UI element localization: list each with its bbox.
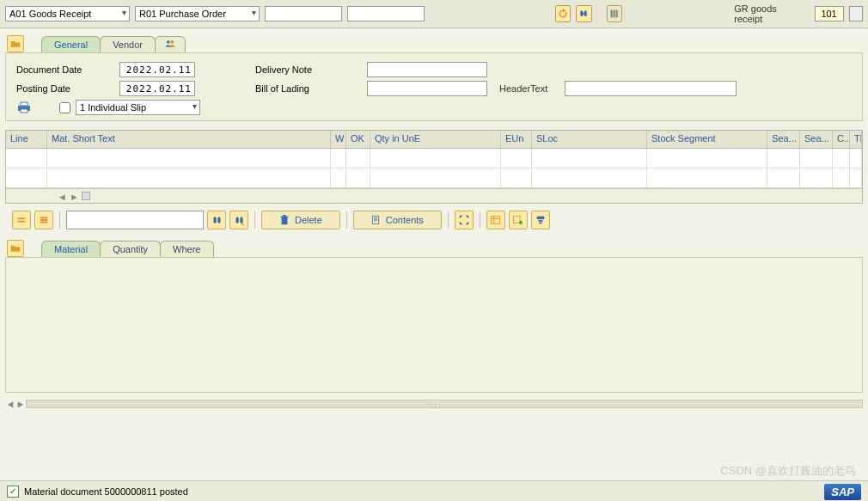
grid-scrollbar: ◄ ► (6, 188, 862, 203)
add-button[interactable] (509, 211, 528, 229)
grid-header: Line Mat. Short Text W OK Qty in UnE EUn… (6, 131, 862, 149)
find-item-button[interactable] (207, 211, 226, 229)
settings-button[interactable] (486, 211, 505, 229)
separator (254, 211, 255, 229)
grid-scroll-left[interactable]: ◄ (58, 192, 66, 200)
execute-button[interactable] (555, 5, 571, 22)
col-ok[interactable]: OK (346, 131, 370, 148)
grid-scroll-right[interactable]: ► (70, 192, 78, 200)
detail-tab-strip: Material Quantity Where (0, 240, 868, 257)
reference-value: R01 Purchase Order (139, 9, 226, 19)
collapse-detail-button[interactable] (7, 240, 24, 257)
gr-label: GR goods receipt (730, 3, 804, 24)
folder-icon (10, 243, 21, 254)
svg-rect-5 (18, 217, 26, 219)
find-next-button[interactable] (229, 211, 248, 229)
col-w[interactable]: W (331, 131, 346, 148)
header-text-input[interactable] (565, 81, 737, 96)
col-stock-segment[interactable]: Stock Segment (647, 131, 767, 148)
col-eun[interactable]: EUn (501, 131, 532, 148)
svg-rect-10 (372, 216, 378, 223)
po-item-input[interactable] (347, 6, 425, 21)
svg-rect-11 (492, 217, 500, 224)
layout-button[interactable] (607, 5, 622, 22)
movement-type-help[interactable] (849, 6, 863, 21)
tab-where[interactable]: Where (160, 241, 213, 257)
col-material[interactable]: Mat. Short Text (47, 131, 331, 148)
status-bar: ✓ Material document 5000000811 posted SA… (0, 480, 868, 501)
col-sea2[interactable]: Sea... (800, 131, 833, 148)
delivery-note-input[interactable] (367, 62, 487, 77)
grid-scroll-thumb[interactable] (82, 192, 90, 200)
contents-button[interactable]: Contents (353, 211, 442, 229)
watermark: CSDN @喜欢打酱油的老鸟 (720, 463, 856, 479)
expand-button[interactable] (455, 211, 474, 229)
grid-row[interactable] (6, 168, 862, 188)
header-panel: Document Date Delivery Note Posting Date… (5, 52, 863, 121)
tab-where-label: Where (173, 244, 200, 254)
tab-partner[interactable] (155, 36, 186, 52)
tab-material[interactable]: Material (41, 241, 101, 257)
movement-type-input[interactable] (815, 6, 844, 21)
print-icon[interactable] (16, 101, 32, 114)
detail-panel (5, 257, 863, 393)
tab-general-label: General (54, 40, 88, 50)
col-line[interactable]: Line (6, 131, 47, 148)
table-icon (490, 215, 501, 225)
svg-rect-9 (40, 222, 48, 223)
svg-rect-3 (21, 102, 28, 106)
svg-point-1 (170, 40, 174, 44)
transaction-dropdown[interactable]: A01 Goods Receipt (5, 6, 130, 21)
scroll-track[interactable]: :::: (26, 400, 863, 408)
refresh-icon (558, 9, 568, 19)
trash-icon (279, 215, 290, 225)
scroll-right-button[interactable]: ► (15, 399, 26, 409)
reference-dropdown[interactable]: R01 Purchase Order (135, 6, 260, 21)
items-grid: Line Mat. Short Text W OK Qty in UnE EUn… (5, 130, 863, 204)
separator (346, 211, 347, 229)
deselect-all-button[interactable] (34, 211, 53, 229)
slip-value: 1 Individual Slip (80, 102, 146, 113)
find-button[interactable] (576, 5, 591, 22)
separator (480, 211, 480, 229)
top-toolbar: A01 Goods Receipt R01 Purchase Order GR … (0, 0, 868, 28)
document-icon (371, 215, 381, 225)
tab-vendor[interactable]: Vendor (100, 36, 156, 52)
binoculars-next-icon (234, 215, 245, 226)
delivery-note-label: Delivery Note (255, 64, 367, 75)
select-all-button[interactable] (12, 211, 31, 229)
delete-button[interactable]: Delete (261, 211, 340, 229)
po-number-input[interactable] (265, 6, 342, 21)
binoculars-icon (578, 9, 589, 19)
print-checkbox[interactable] (59, 102, 70, 113)
col-qty[interactable]: Qty in UnE (370, 131, 501, 148)
svg-point-0 (167, 40, 170, 44)
tab-general[interactable]: General (41, 36, 101, 52)
tab-vendor-label: Vendor (113, 40, 143, 50)
grid-body (6, 149, 862, 188)
post-date-label: Posting Date (16, 83, 119, 94)
bill-of-lading-input[interactable] (367, 81, 487, 96)
tab-quantity[interactable]: Quantity (100, 241, 161, 257)
contents-label: Contents (386, 215, 424, 225)
scroll-left-button[interactable]: ◄ (5, 399, 15, 409)
sap-logo: SAP (824, 484, 861, 500)
expand-icon (459, 215, 469, 225)
doc-date-input[interactable] (119, 62, 195, 77)
post-date-input[interactable] (119, 81, 195, 96)
slip-dropdown[interactable]: 1 Individual Slip (76, 100, 200, 115)
col-th[interactable]: Th... (850, 131, 862, 148)
svg-rect-6 (18, 221, 26, 223)
header-tab-strip: General Vendor (0, 28, 868, 52)
filter-icon (535, 215, 546, 225)
col-c[interactable]: C... (833, 131, 850, 148)
svg-rect-15 (539, 223, 541, 224)
filter-button[interactable] (531, 211, 550, 229)
col-sea1[interactable]: Sea... (767, 131, 800, 148)
item-search-input[interactable] (66, 211, 204, 229)
transaction-value: A01 Goods Receipt (9, 9, 91, 19)
collapse-header-button[interactable] (7, 35, 24, 52)
col-sloc[interactable]: SLoc (532, 131, 647, 148)
grid-row[interactable] (6, 149, 862, 168)
status-message: Material document 5000000811 posted (24, 486, 188, 497)
